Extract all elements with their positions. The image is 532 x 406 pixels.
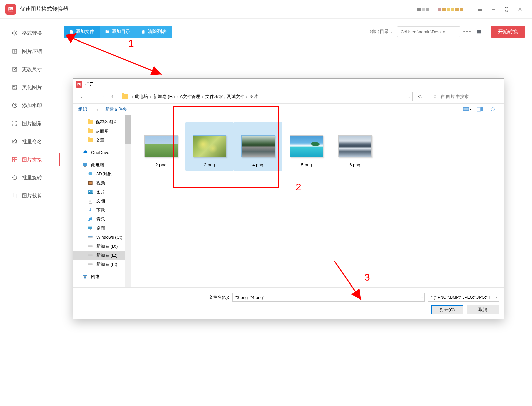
drive-icon <box>88 244 94 249</box>
nav-forward-button[interactable] <box>88 92 98 102</box>
video-icon <box>88 180 94 186</box>
tree-item-onedrive[interactable]: OneDrive <box>73 148 131 157</box>
download-icon <box>88 208 94 213</box>
folder-icon <box>88 138 93 142</box>
svg-rect-9 <box>12 157 14 159</box>
tree-scrollbar-thumb[interactable] <box>125 115 131 144</box>
tree-item[interactable]: 音乐 <box>73 215 131 224</box>
maximize-button[interactable] <box>500 3 513 16</box>
tree-item[interactable]: 下载 <box>73 206 131 215</box>
chevron-down-icon[interactable]: ⌵ <box>421 295 423 298</box>
sidebar-item-label: 格式转换 <box>22 30 42 36</box>
tree-item[interactable]: 桌面 <box>73 224 131 233</box>
sidebar-item-rename[interactable]: 批量命名 <box>0 133 60 151</box>
open-button[interactable]: 打开(O) <box>431 305 463 314</box>
file-thumbnail <box>193 135 226 157</box>
svg-rect-18 <box>481 107 483 111</box>
sidebar-item-label: 图片圆角 <box>22 120 42 127</box>
sidebar-item-stitch[interactable]: 图片拼接 <box>0 151 60 169</box>
svg-point-7 <box>12 103 17 108</box>
help-button[interactable]: ? <box>487 105 498 113</box>
picture-icon <box>88 189 94 195</box>
resize-icon <box>11 66 18 73</box>
browse-button[interactable]: ••• <box>462 26 472 37</box>
tree-item[interactable]: 图片 <box>73 187 131 196</box>
folder-icon <box>122 94 128 99</box>
file-item[interactable]: 3.png <box>185 122 234 171</box>
organize-button[interactable]: 组织 <box>78 106 87 112</box>
breadcrumb-dropdown-icon[interactable]: ⌵ <box>408 95 410 99</box>
file-item[interactable]: 5.png <box>282 122 331 171</box>
minimize-button[interactable] <box>487 3 500 16</box>
filename-input[interactable]: "3.png" "4.png"⌵ <box>232 293 425 302</box>
file-thumbnail <box>144 135 178 157</box>
sidebar-item-watermark[interactable]: 添加水印 <box>0 96 60 114</box>
tree-item[interactable]: 新加卷 (D:) <box>73 242 131 251</box>
3d-icon <box>88 171 94 177</box>
sidebar-item-rotate[interactable]: 批量旋转 <box>0 169 60 187</box>
output-dir-input[interactable]: C:\Users\admin\Deskto <box>397 26 460 37</box>
folder-icon <box>88 120 93 124</box>
breadcrumb[interactable]: › 此电脑› 新加卷 (E:)› A文件管理› 文件压缩，测试文件› 图片 ⌵ <box>120 92 413 101</box>
annotation-number-2: 2 <box>296 181 301 193</box>
sidebar-item-label: 更改尺寸 <box>22 66 42 73</box>
svg-rect-33 <box>88 254 92 256</box>
sidebar-item-crop[interactable]: 图片裁剪 <box>0 187 60 205</box>
folder-tree: 保存的图片 封面图 文章 OneDrive 此电脑 3D 对象 视频 图片 文档… <box>73 115 131 287</box>
tree-item[interactable]: 新加卷 (E:) <box>73 251 131 260</box>
svg-rect-21 <box>83 163 87 166</box>
document-icon <box>88 198 94 204</box>
svg-rect-11 <box>12 160 14 162</box>
refresh-button[interactable] <box>415 92 425 101</box>
sidebar-item-resize[interactable]: 更改尺寸 <box>0 60 60 78</box>
search-input[interactable]: 在 图片 中搜索 <box>430 92 500 101</box>
new-folder-button[interactable]: 新建文件夹 <box>105 106 127 112</box>
tree-item[interactable]: 文章 <box>73 136 131 145</box>
file-thumbnail <box>241 135 275 157</box>
dialog-title: 打开 <box>85 81 94 87</box>
view-mode-button[interactable]: ▾ <box>461 105 473 113</box>
corner-icon <box>11 120 18 127</box>
sidebar-item-compress[interactable]: 图片压缩 <box>0 42 60 60</box>
open-folder-button[interactable] <box>474 26 484 37</box>
tree-item[interactable]: 3D 对象 <box>73 169 131 178</box>
file-item[interactable]: 4.png <box>234 122 282 171</box>
music-icon <box>88 217 94 222</box>
sidebar-item-corner[interactable]: 图片圆角 <box>0 114 60 133</box>
file-item[interactable]: 2.png <box>137 122 185 171</box>
svg-point-6 <box>13 86 14 87</box>
nav-back-button[interactable] <box>76 92 86 102</box>
file-type-filter[interactable]: * (*.PNG;*.BMP;*.JPEG;*.JPG;*.I⌵ <box>428 293 499 302</box>
sidebar-item-convert[interactable]: 格式转换 <box>0 24 60 42</box>
nav-up-button[interactable] <box>108 92 118 102</box>
svg-point-26 <box>89 191 90 192</box>
tree-item[interactable]: 文档 <box>73 196 131 206</box>
file-list: 2.png 3.png 4.png 5.png 6.png <box>131 115 504 287</box>
clear-list-button[interactable]: 清除列表 <box>136 26 172 38</box>
crop-icon <box>11 192 18 199</box>
svg-rect-36 <box>85 275 87 276</box>
start-convert-button[interactable]: 开始转换 <box>491 26 525 38</box>
add-file-button[interactable]: 添加文件 <box>64 26 100 38</box>
nav-recent-button[interactable] <box>100 92 106 102</box>
tree-item[interactable]: Windows (C:) <box>73 233 131 242</box>
file-item[interactable]: 6.png <box>331 122 379 171</box>
menu-button[interactable] <box>473 3 487 16</box>
chevron-down-icon[interactable]: ⌵ <box>494 295 497 298</box>
sidebar-item-beautify[interactable]: 美化图片 <box>0 78 60 96</box>
close-button[interactable] <box>513 3 527 16</box>
cancel-button[interactable]: 取消 <box>467 305 499 314</box>
sidebar-item-label: 批量命名 <box>22 139 42 145</box>
tree-item-pc[interactable]: 此电脑 <box>73 160 131 169</box>
tree-item[interactable]: 封面图 <box>73 127 131 136</box>
tree-item[interactable]: 保存的图片 <box>73 117 131 127</box>
tree-item[interactable]: 视频 <box>73 178 131 187</box>
svg-rect-31 <box>88 236 92 237</box>
tree-item[interactable]: 新加卷 (F:) <box>73 260 131 269</box>
add-dir-button[interactable]: 添加目录 <box>100 26 136 38</box>
svg-rect-5 <box>13 85 17 89</box>
preview-pane-button[interactable] <box>474 105 486 113</box>
sidebar-item-label: 批量旋转 <box>22 175 42 181</box>
svg-rect-28 <box>88 226 92 229</box>
tree-item-network[interactable]: 网络 <box>73 272 131 281</box>
